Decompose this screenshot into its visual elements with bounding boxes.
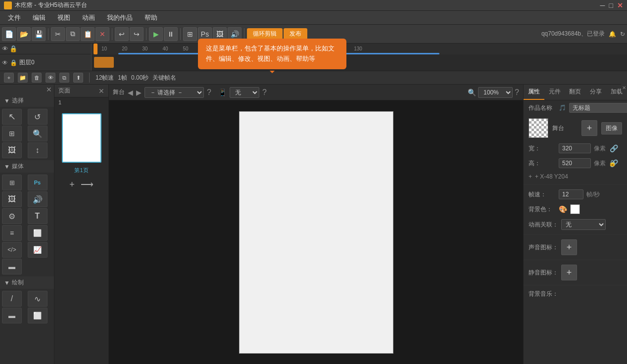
layer-eye-icon[interactable]: 👁 — [2, 59, 8, 66]
cut-btn[interactable]: ✂ — [51, 27, 65, 41]
tab-loop-clip[interactable]: 循环剪辑 — [247, 28, 283, 40]
add-page-btn[interactable]: + — [69, 180, 75, 190]
widget-tool[interactable]: ⬜ — [28, 225, 48, 241]
layer-lock-icon[interactable]: 🔒 — [9, 45, 17, 52]
undo-btn[interactable]: ↩ — [115, 27, 129, 41]
add-mute-icon-btn[interactable]: + — [561, 265, 577, 280]
device-select[interactable]: 无 — [230, 87, 259, 98]
crop-tool[interactable]: 🖼 — [2, 142, 22, 158]
stage-label-right: 舞台 — [552, 124, 564, 133]
right-panel-tabs: 属性 元件 翻页 分享 加载 — [524, 85, 627, 100]
zoom-select[interactable]: 100% — [478, 87, 513, 98]
chart-tool[interactable]: 📈 — [28, 242, 48, 258]
layer-folder-btn[interactable]: 📁 — [18, 73, 28, 83]
play-btn[interactable]: ▶ — [149, 27, 163, 41]
tab-flip[interactable]: 翻页 — [565, 85, 586, 100]
page-thumb-container[interactable]: 第1页 — [54, 107, 108, 176]
add-sound-icon-btn[interactable]: + — [561, 239, 577, 255]
list-tool[interactable]: ≡ — [2, 225, 22, 241]
pages-panel-close[interactable]: ✕ — [98, 87, 104, 95]
link-icon-width[interactable]: 🔗 — [610, 144, 618, 152]
menu-help[interactable]: 帮助 — [139, 11, 163, 24]
distribute-tool[interactable]: ↕ — [28, 142, 48, 158]
import-page-btn[interactable]: ⟶ — [81, 179, 94, 190]
rotate-tool[interactable]: ↺ — [28, 109, 48, 125]
open-file-btn[interactable]: 📂 — [17, 27, 31, 41]
pages-label: 页面 — [58, 87, 70, 95]
curve-tool[interactable]: ∿ — [28, 291, 48, 307]
pen-tool[interactable]: / — [2, 291, 22, 307]
close-btn[interactable]: ✕ — [617, 1, 623, 9]
delete-layer-btn[interactable]: 🗑 — [32, 73, 42, 83]
menu-myworks[interactable]: 我的作品 — [101, 11, 139, 24]
shapes-tool[interactable]: ⊞ — [2, 175, 22, 190]
rect-draw-tool[interactable]: ▬ — [2, 308, 22, 323]
menu-edit[interactable]: 编辑 — [27, 11, 51, 24]
device-help-icon[interactable]: ? — [262, 88, 267, 97]
divider-2 — [524, 234, 627, 235]
zoom-help-icon[interactable]: ? — [515, 88, 519, 97]
canvas[interactable] — [239, 111, 393, 354]
page-actions: + ⟶ — [54, 176, 108, 193]
stage-toolbar: 舞台 ◀ ▶ － 请选择 － ? 📱 无 ? 🔍 100% ? — [109, 85, 523, 100]
video-tool[interactable]: ⚙ — [2, 208, 22, 224]
layer-hide-btn[interactable]: 👁 — [46, 73, 55, 83]
layer-visible-icon[interactable]: 👁 — [2, 45, 8, 52]
section-select: ▼ 选择 — [0, 94, 54, 107]
tool-btn1[interactable]: ⊞ — [183, 27, 197, 41]
minimize-btn[interactable]: ─ — [600, 1, 605, 9]
menu-view[interactable]: 视图 — [51, 11, 76, 24]
transform-tool[interactable]: ⊞ — [2, 126, 22, 141]
stage-bg-preview — [529, 118, 548, 138]
tab-share[interactable]: 分享 — [585, 85, 606, 100]
height-input[interactable] — [559, 158, 591, 168]
maximize-btn[interactable]: □ — [609, 1, 613, 9]
color-picker-icon[interactable]: 🎨 — [559, 205, 567, 213]
add-bg-btn[interactable]: + — [581, 120, 597, 136]
image-tool[interactable]: 🖼 — [2, 191, 22, 207]
left-panel-close[interactable]: ✕ — [46, 86, 52, 93]
animation-select[interactable]: 无 — [561, 219, 606, 230]
layer-copy-btn[interactable]: ⧉ — [59, 73, 69, 83]
image-btn[interactable]: 图像 — [601, 122, 622, 135]
timeline-scroll[interactable] — [92, 54, 627, 71]
ruler-50: 50 — [183, 46, 189, 51]
redo-btn[interactable]: ↪ — [130, 27, 144, 41]
stage-help-icon[interactable]: ? — [207, 88, 211, 97]
code-tool[interactable]: </> — [2, 242, 22, 258]
bg-color-label: 背景色： — [529, 205, 556, 214]
tab-properties[interactable]: 属性 — [524, 85, 544, 100]
stage-prev-icon[interactable]: ◀ — [128, 89, 133, 96]
ps-tool[interactable]: Ps — [28, 175, 48, 190]
copy-btn[interactable]: ⧉ — [66, 27, 80, 41]
add-layer-btn[interactable]: + — [4, 73, 14, 83]
fps-input[interactable] — [559, 189, 583, 199]
refresh-icon[interactable]: ↻ — [620, 31, 625, 38]
work-title-input[interactable] — [569, 103, 627, 113]
divider-tool[interactable]: ▬ — [2, 259, 22, 274]
page-1-thumb[interactable] — [62, 113, 101, 163]
ruler-30: 30 — [142, 46, 147, 51]
text-tool[interactable]: T — [28, 208, 48, 224]
menu-file[interactable]: 文件 — [2, 11, 27, 24]
zoom-tool[interactable]: 🔍 — [28, 126, 48, 141]
tab-components[interactable]: 元件 — [544, 85, 565, 100]
new-file-btn[interactable]: 📄 — [2, 27, 16, 41]
bg-color-swatch[interactable] — [570, 204, 580, 214]
audio-tool[interactable]: 🔊 — [28, 191, 48, 207]
layer-lock2-icon[interactable]: 🔒 — [10, 59, 17, 66]
delete-btn[interactable]: ✕ — [96, 27, 109, 41]
stage-select[interactable]: － 请选择 － — [145, 87, 204, 98]
save-file-btn[interactable]: 💾 — [32, 27, 46, 41]
fill-tool[interactable]: ⬜ — [28, 308, 48, 323]
width-input[interactable] — [559, 143, 591, 153]
select-tool[interactable]: ↖ — [2, 109, 22, 125]
menu-animation[interactable]: 动画 — [76, 11, 101, 24]
notification-icon[interactable]: 🔔 — [609, 31, 616, 38]
right-panel-close[interactable]: ✕ — [621, 85, 627, 91]
tab-publish[interactable]: 发布 — [284, 28, 307, 40]
layer-export-btn[interactable]: ⬆ — [73, 73, 83, 83]
paste-btn[interactable]: 📋 — [81, 27, 95, 41]
pause-btn[interactable]: ⏸ — [164, 27, 178, 41]
stage-next-icon[interactable]: ▶ — [136, 89, 142, 96]
